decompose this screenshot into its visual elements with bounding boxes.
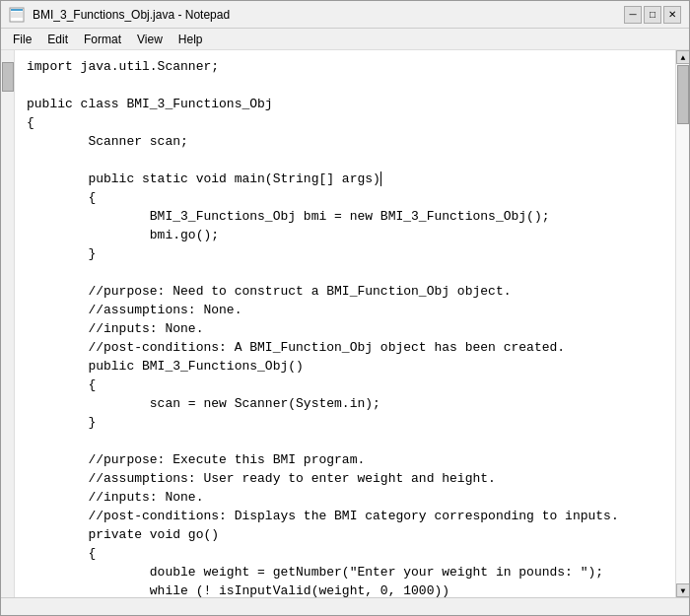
title-bar: BMI_3_Functions_Obj.java - Notepad ─ □ ✕ bbox=[1, 1, 689, 29]
minimize-button[interactable]: ─ bbox=[624, 6, 642, 24]
notepad-window: BMI_3_Functions_Obj.java - Notepad ─ □ ✕… bbox=[0, 0, 690, 616]
code-line: //purpose: Need to construct a BMI_Funct… bbox=[27, 283, 663, 302]
code-line: { bbox=[27, 189, 663, 208]
app-icon bbox=[9, 7, 25, 23]
window-title: BMI_3_Functions_Obj.java - Notepad bbox=[33, 8, 616, 22]
code-line: scan = new Scanner(System.in); bbox=[27, 395, 663, 414]
code-line: BMI_3_Functions_Obj bmi = new BMI_3_Func… bbox=[27, 208, 663, 227]
code-line bbox=[27, 77, 663, 96]
vertical-scrollbar: ▲ ▼ bbox=[675, 50, 689, 597]
code-line: //assumptions: None. bbox=[27, 302, 663, 320]
scroll-down-button[interactable]: ▼ bbox=[676, 583, 689, 597]
code-line: public class BMI_3_Functions_Obj bbox=[27, 96, 663, 114]
code-line: { bbox=[27, 545, 663, 564]
code-line: { bbox=[27, 376, 663, 395]
scroll-thumb[interactable] bbox=[677, 65, 689, 124]
code-line: public BMI_3_Functions_Obj() bbox=[27, 358, 663, 376]
editor-area: import java.util.Scanner; public class B… bbox=[1, 50, 689, 597]
svg-rect-1 bbox=[11, 9, 23, 11]
code-line: public static void main(String[] args) bbox=[27, 171, 663, 189]
code-line bbox=[27, 433, 663, 451]
menu-bar: File Edit Format View Help bbox=[1, 29, 689, 50]
window-controls: ─ □ ✕ bbox=[624, 6, 681, 24]
code-line: while (! isInputValid(weight, 0, 1000)) bbox=[27, 582, 663, 597]
scroll-track[interactable] bbox=[676, 64, 689, 583]
menu-format[interactable]: Format bbox=[76, 31, 129, 48]
maximize-button[interactable]: □ bbox=[644, 6, 661, 24]
code-line: Scanner scan; bbox=[27, 133, 663, 152]
code-line: double weight = getNumber("Enter your we… bbox=[27, 564, 663, 582]
code-editor[interactable]: import java.util.Scanner; public class B… bbox=[15, 50, 675, 597]
code-line bbox=[27, 152, 663, 171]
status-bar bbox=[1, 597, 689, 615]
code-line: //purpose: Execute this BMI program. bbox=[27, 451, 663, 470]
menu-file[interactable]: File bbox=[5, 31, 39, 48]
code-line: private void go() bbox=[27, 526, 663, 545]
menu-edit[interactable]: Edit bbox=[39, 31, 76, 48]
code-line: } bbox=[27, 414, 663, 433]
scroll-up-button[interactable]: ▲ bbox=[676, 50, 689, 64]
code-line: //inputs: None. bbox=[27, 489, 663, 508]
code-line: //assumptions: User ready to enter weigh… bbox=[27, 470, 663, 489]
code-line: //post-conditions: Displays the BMI cate… bbox=[27, 508, 663, 526]
menu-help[interactable]: Help bbox=[171, 31, 211, 48]
code-line: //inputs: None. bbox=[27, 320, 663, 339]
left-scroll-handle[interactable] bbox=[2, 62, 14, 92]
code-line: import java.util.Scanner; bbox=[27, 58, 663, 77]
code-line: bmi.go(); bbox=[27, 227, 663, 245]
code-line bbox=[27, 264, 663, 283]
left-gutter bbox=[1, 50, 15, 597]
close-button[interactable]: ✕ bbox=[663, 6, 681, 24]
code-line: { bbox=[27, 114, 663, 133]
code-line: //post-conditions: A BMI_Function_Obj ob… bbox=[27, 339, 663, 358]
code-line: } bbox=[27, 245, 663, 264]
menu-view[interactable]: View bbox=[129, 31, 171, 48]
